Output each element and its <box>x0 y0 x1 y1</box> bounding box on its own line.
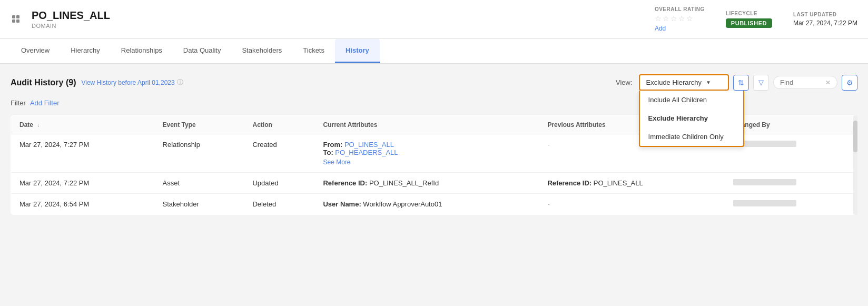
nav-tabs: Overview Hierarchy Relationships Data Qu… <box>0 39 868 64</box>
dropdown-item-immediate-children[interactable]: Immediate Children Only <box>640 127 743 146</box>
tab-stakeholders[interactable]: Stakeholders <box>231 39 292 63</box>
row3-action: Deleted <box>244 194 314 215</box>
sort-icon: ⇅ <box>738 78 744 87</box>
row2-event-type: Asset <box>154 173 244 194</box>
asset-domain: DOMAIN <box>32 23 110 29</box>
row1-date: Mar 27, 2024, 7:27 PM <box>11 134 154 173</box>
last-updated-value: Mar 27, 2024, 7:22 PM <box>793 19 857 27</box>
settings-icon-btn[interactable]: ⚙ <box>842 75 857 91</box>
tab-history[interactable]: History <box>335 39 380 63</box>
view-dropdown-container: Exclude Hierarchy ▼ Include All Children… <box>639 74 729 91</box>
dropdown-item-include-all[interactable]: Include All Children <box>640 91 743 109</box>
clear-find-icon[interactable]: ✕ <box>825 79 831 86</box>
overall-rating-label: OVERALL RATING <box>655 6 705 12</box>
last-updated-label: LAST UPDATED <box>793 12 836 17</box>
audit-title: Audit History (9) <box>11 78 76 87</box>
svg-rect-1 <box>16 15 19 18</box>
controls-right: View: Exclude Hierarchy ▼ Include All Ch… <box>616 74 857 91</box>
header-right: OVERALL RATING ☆ ☆ ☆ ☆ ☆ Add LIFECYCLE P… <box>655 6 857 32</box>
row3-changed-by <box>725 194 857 215</box>
svg-rect-0 <box>12 15 15 18</box>
row2-date: Mar 27, 2024, 7:22 PM <box>11 173 154 194</box>
top-bar: PO_LINES_ALL DOMAIN OVERALL RATING ☆ ☆ ☆… <box>0 0 868 39</box>
col-action: Action <box>244 116 314 134</box>
svg-rect-2 <box>12 19 15 23</box>
row3-date: Mar 27, 2024, 6:54 PM <box>11 194 154 215</box>
main-content: Audit History (9) View History before Ap… <box>0 64 868 274</box>
grid-icon <box>11 14 22 25</box>
audit-header: Audit History (9) View History before Ap… <box>11 74 857 91</box>
chevron-down-icon: ▼ <box>706 80 711 85</box>
row1-from-link[interactable]: PO_LINES_ALL <box>344 141 394 149</box>
svg-rect-3 <box>16 19 19 23</box>
table-row: Mar 27, 2024, 6:54 PM Stakeholder Delete… <box>11 194 857 215</box>
asset-title: PO_LINES_ALL <box>32 9 110 22</box>
row3-previous-attrs: - <box>539 194 724 215</box>
filter-label: Filter <box>11 99 26 107</box>
add-filter-link[interactable]: Add Filter <box>30 99 60 107</box>
scrollbar-track[interactable] <box>853 115 857 215</box>
scrollbar-thumb[interactable] <box>853 121 857 152</box>
find-box: ✕ <box>773 76 837 89</box>
row1-changed-by <box>725 134 857 173</box>
title-block: PO_LINES_ALL DOMAIN <box>32 9 110 29</box>
row2-previous-attrs: Reference ID: PO_LINES_ALL <box>539 173 724 194</box>
tab-hierarchy[interactable]: Hierarchy <box>60 39 111 63</box>
gear-icon: ⚙ <box>846 78 853 87</box>
col-current-attrs: Current Attributes <box>314 116 539 134</box>
sort-icon-btn[interactable]: ⇅ <box>733 75 749 91</box>
lifecycle-block: LIFECYCLE PUBLISHED <box>726 11 772 28</box>
tab-overview[interactable]: Overview <box>11 39 60 63</box>
info-icon: ⓘ <box>177 78 183 87</box>
add-rating-link[interactable]: Add <box>655 25 666 32</box>
filter-icon: ▽ <box>758 78 764 86</box>
row2-current-attrs: Reference ID: PO_LINES_ALL_RefId <box>314 173 539 194</box>
view-dropdown[interactable]: Exclude Hierarchy ▼ <box>639 74 729 91</box>
tab-tickets[interactable]: Tickets <box>292 39 335 63</box>
col-changed-by: Changed By <box>725 116 857 134</box>
dropdown-menu: Include All Children Exclude Hierarchy I… <box>639 91 744 147</box>
row1-to-link[interactable]: PO_HEADERS_ALL <box>335 149 398 156</box>
col-event-type: Event Type <box>154 116 244 134</box>
dropdown-item-exclude-hierarchy[interactable]: Exclude Hierarchy <box>640 109 743 127</box>
row2-action: Updated <box>244 173 314 194</box>
row3-event-type: Stakeholder <box>154 194 244 215</box>
view-label: View: <box>616 78 633 86</box>
tab-relationships[interactable]: Relationships <box>111 39 173 63</box>
row2-changed-by <box>725 173 857 194</box>
row1-action: Created <box>244 134 314 173</box>
row1-see-more-link[interactable]: See More <box>323 159 530 166</box>
table-row: Mar 27, 2024, 7:22 PM Asset Updated Refe… <box>11 173 857 194</box>
view-history-link[interactable]: View History before April 01,2023 <box>81 79 174 86</box>
sort-down-icon: ↓ <box>37 122 40 128</box>
row1-current-attrs: From: PO_LINES_ALL To: PO_HEADERS_ALL Se… <box>314 134 539 173</box>
col-date: Date ↓ <box>11 116 154 134</box>
last-updated-block: LAST UPDATED Mar 27, 2024, 7:22 PM <box>793 12 857 27</box>
dropdown-selected-value: Exclude Hierarchy <box>646 78 702 86</box>
find-input[interactable] <box>780 78 822 86</box>
changed-by-bar <box>733 179 796 185</box>
overall-rating-block: OVERALL RATING ☆ ☆ ☆ ☆ ☆ Add <box>655 6 705 32</box>
tab-data-quality[interactable]: Data Quality <box>173 39 232 63</box>
lifecycle-label: LIFECYCLE <box>726 11 757 16</box>
row1-event-type: Relationship <box>154 134 244 173</box>
star-rating: ☆ ☆ ☆ ☆ ☆ <box>655 14 693 23</box>
filter-icon-btn[interactable]: ▽ <box>753 75 769 91</box>
row3-current-attrs: User Name: Workflow ApproverAuto01 <box>314 194 539 215</box>
changed-by-bar <box>733 200 796 206</box>
lifecycle-badge: PUBLISHED <box>726 18 772 28</box>
